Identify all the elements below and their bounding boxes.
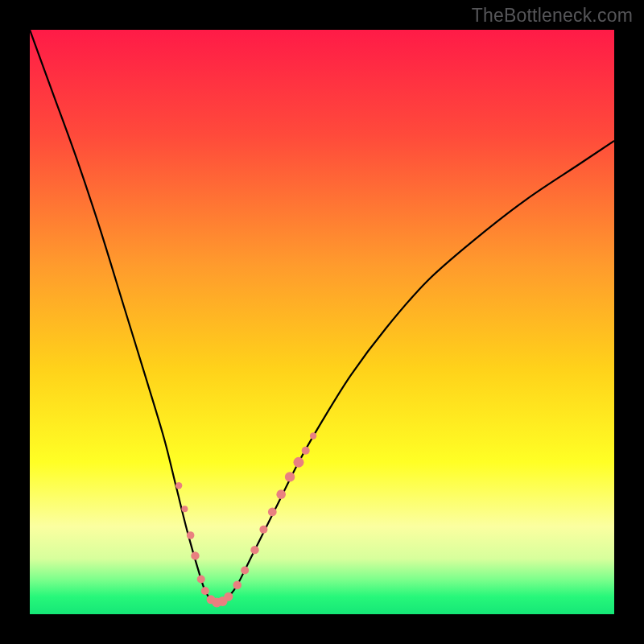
chart-container: TheBottleneck.com bbox=[0, 0, 644, 644]
data-marker bbox=[268, 508, 277, 517]
data-markers bbox=[175, 432, 316, 607]
data-marker bbox=[276, 489, 286, 499]
data-marker bbox=[187, 531, 195, 539]
data-marker bbox=[250, 546, 258, 554]
data-marker bbox=[259, 526, 267, 534]
data-marker bbox=[241, 567, 249, 575]
data-marker bbox=[181, 506, 188, 512]
data-marker bbox=[224, 592, 233, 601]
data-marker bbox=[233, 580, 242, 589]
data-marker bbox=[197, 575, 205, 583]
data-marker bbox=[201, 587, 209, 595]
plot-frame bbox=[30, 30, 614, 614]
data-marker bbox=[285, 472, 295, 481]
watermark-text: TheBottleneck.com bbox=[472, 5, 633, 27]
data-marker bbox=[191, 551, 199, 559]
bottleneck-curve bbox=[30, 30, 614, 603]
curve-layer bbox=[30, 30, 614, 614]
data-marker bbox=[175, 482, 182, 489]
data-marker bbox=[293, 457, 303, 468]
data-marker bbox=[302, 447, 310, 455]
data-marker bbox=[310, 432, 316, 439]
